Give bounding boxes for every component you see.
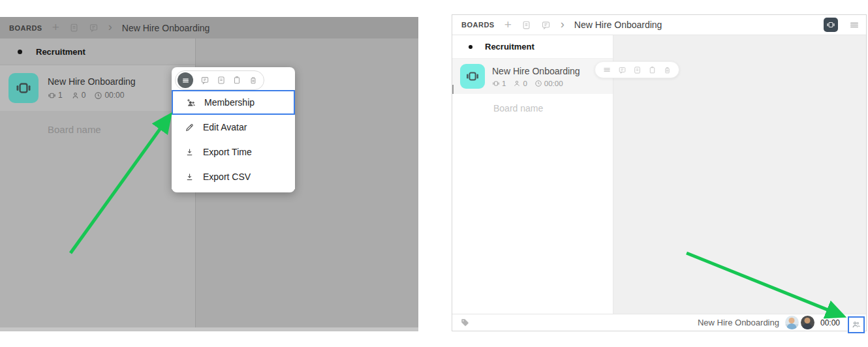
menu-item-label: Edit Avatar [203,122,247,132]
project-row[interactable]: Recruitment [452,35,613,59]
clipboard-icon[interactable] [648,66,657,74]
members-count-value: 0 [82,91,86,100]
chevron-right-icon: › [108,21,112,33]
clock-icon [535,80,542,87]
board-template-icon[interactable] [521,20,531,30]
time-stat: 00:00 [94,91,124,100]
screenshot-right: BOARDS + › New Hire Onboarding Recruitme… [452,14,867,331]
member-avatar[interactable] [785,316,799,329]
download-icon [183,147,196,157]
menu-toggle-icon[interactable] [178,72,193,88]
project-bullet-icon [469,45,473,49]
download-icon [183,172,196,182]
board-card-title: New Hire Onboarding [492,66,580,76]
board-card-stats: 1 0 00:00 [492,80,580,87]
boards-count-stat: 1 [48,91,63,100]
time-stat: 00:00 [535,80,563,87]
boards-nav-label[interactable]: BOARDS [461,21,495,29]
time-value: 00:00 [544,80,563,87]
menu-item-label: Export Time [203,147,252,157]
footer-time: 00:00 [820,318,840,327]
top-bar: BOARDS + › New Hire Onboarding [452,15,866,35]
chat-icon[interactable] [541,20,551,30]
boards-sidebar: Recruitment New Hire Onboarding 1 [0,38,196,327]
board-card-title: New Hire Onboarding [48,76,136,87]
menu-item-edit-avatar[interactable]: Edit Avatar [172,115,295,140]
board-actions-pill [595,61,679,78]
board-avatar[interactable] [8,73,39,103]
trash-icon[interactable] [663,66,672,74]
add-board-icon[interactable]: + [504,18,512,31]
board-actions-pill [175,70,264,90]
time-value: 00:00 [104,91,124,100]
board-card[interactable]: New Hire Onboarding 1 0 00:00 [452,59,613,94]
menu-item-label: Membership [204,97,255,108]
menu-toggle-icon[interactable] [602,65,612,74]
menu-item-label: Export CSV [203,172,251,182]
member-avatars [785,316,814,329]
member-avatar[interactable] [801,316,814,329]
scrollbar[interactable] [452,85,454,94]
breadcrumb-board-title: New Hire Onboarding [122,23,210,33]
bottom-bar-dimmed [0,327,418,331]
person-icon [513,80,521,87]
chat-icon[interactable] [618,66,627,74]
right-body: Recruitment New Hire Onboarding 1 [452,35,866,314]
menu-item-membership[interactable]: Membership [172,90,295,115]
boards-count-value: 1 [58,91,63,100]
board-name-input[interactable] [492,102,599,114]
menu-item-export-csv[interactable]: Export CSV [172,164,295,189]
footer-board-info: New Hire Onboarding 00:00 [698,316,840,329]
hamburger-menu-icon[interactable] [849,20,860,30]
document-icon[interactable] [633,66,642,74]
tag-icon[interactable] [460,318,470,327]
boards-count-stat: 1 [492,80,506,87]
group-add-icon [184,97,197,108]
pencil-icon [183,123,196,132]
add-board-icon[interactable]: + [52,21,59,33]
clipboard-icon[interactable] [232,76,241,85]
board-avatar[interactable] [460,64,485,89]
board-template-icon[interactable] [69,23,79,33]
boards-sidebar: Recruitment New Hire Onboarding 1 [452,35,613,314]
project-name: Recruitment [36,47,85,57]
project-row[interactable]: Recruitment [0,38,195,65]
bottom-bar: New Hire Onboarding 00:00 [452,314,866,331]
project-bullet-icon [18,50,22,54]
project-name: Recruitment [485,42,535,52]
members-count-stat: 0 [71,91,86,100]
board-mini-icon [48,91,56,100]
footer-board-title: New Hire Onboarding [698,318,779,327]
context-menu-items: Membership Edit Avatar Export Time Expor… [172,90,295,189]
chat-icon[interactable] [89,23,99,33]
chat-icon[interactable] [200,76,209,85]
board-card-stats: 1 0 00:00 [48,91,136,100]
board-card[interactable]: New Hire Onboarding 1 0 00:00 [0,65,195,111]
board-mini-icon [492,80,500,87]
boards-nav-label[interactable]: BOARDS [9,24,42,32]
members-count-value: 0 [523,80,527,87]
membership-button[interactable] [848,316,865,333]
chevron-right-icon: › [561,18,565,30]
trash-icon[interactable] [249,76,258,85]
document-icon[interactable] [217,76,226,85]
board-context-menu: Membership Edit Avatar Export Time Expor… [172,67,295,192]
clock-icon [94,91,102,100]
top-bar: BOARDS + › New Hire Onboarding [0,17,418,38]
menu-item-export-time[interactable]: Export Time [172,140,295,164]
person-icon [71,91,80,100]
boards-count-value: 1 [502,80,506,87]
board-name-input[interactable] [46,123,166,136]
members-count-stat: 0 [513,80,527,87]
board-view-button[interactable] [824,18,838,32]
breadcrumb-board-title: New Hire Onboarding [574,20,662,30]
